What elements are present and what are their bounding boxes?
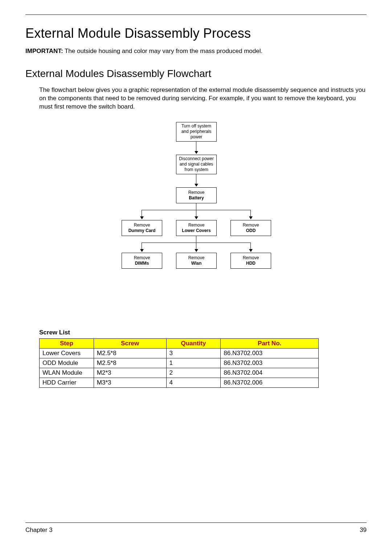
flow-text: Remove [188,223,205,228]
table-row: WLAN Module M2*3 2 86.N3702.004 [40,368,319,378]
flow-text: and signal cables [180,162,213,167]
flow-text: ODD [246,228,256,233]
arrow-icon [195,249,198,252]
arrow-icon [249,249,253,252]
table-row: ODD Module M2.5*8 1 86.N3702.003 [40,358,319,368]
table-row: HDD Carrier M3*3 4 86.N3702.006 [40,378,319,387]
td-part: 86.N3702.006 [221,378,319,387]
screw-list-heading: Screw List [39,329,367,336]
td-part: 86.N3702.003 [221,348,319,358]
th-part: Part No. [221,338,319,348]
flow-node-battery: Remove Battery [176,187,217,203]
flow-text: DIMMs [135,261,149,266]
important-text: The outside housing and color may vary f… [63,48,263,54]
flow-text: Wlan [191,261,202,266]
important-note: IMPORTANT: The outside housing and color… [25,48,367,55]
page-title: External Module Disassembly Process [25,26,367,41]
flow-text: Dummy Card [128,228,156,233]
flow-text: Battery [189,195,204,201]
flow-node-wlan: Remove Wlan [176,253,217,269]
th-step: Step [40,338,94,348]
th-qty: Quantity [166,338,221,348]
flow-text: Remove [134,255,150,261]
td-screw: M2.5*8 [94,358,166,368]
flowchart: Turn off system and peripherals power Di… [118,122,274,318]
flow-node-dimms: Remove DIMMs [122,253,162,269]
flow-node-lowercovers: Remove Lower Covers [176,220,217,236]
flow-node-hdd: Remove HDD [230,253,271,269]
flow-node-disconnect: Disconnect power and signal cables from … [176,155,217,174]
bottom-rule [25,522,367,523]
arrow-icon [140,249,144,252]
flow-text: Remove [188,255,205,261]
td-step: HDD Carrier [40,378,94,387]
page-footer: Chapter 3 39 [25,522,367,534]
arrow-icon [140,216,144,219]
flow-text: Remove [134,223,150,228]
td-part: 86.N3702.004 [221,368,319,378]
section-body: The flowchart below gives you a graphic … [39,86,367,111]
td-qty: 4 [166,378,221,387]
footer-page-number: 39 [360,526,367,534]
td-screw: M3*3 [94,378,166,387]
flow-text: Remove [243,255,259,261]
flow-node-odd: Remove ODD [230,220,271,236]
td-part: 86.N3702.003 [221,358,319,368]
arrow-icon [195,216,198,219]
top-rule [25,15,367,15]
flow-text: HDD [246,261,256,266]
flow-text: and peripherals [181,129,212,134]
flow-connector [196,236,196,243]
flow-text: power [191,134,203,140]
arrow-icon [195,184,198,187]
flow-text: Remove [243,223,259,228]
important-label: IMPORTANT: [25,48,63,54]
flow-node-dummycard: Remove Dummy Card [122,220,162,236]
page-content: External Module Disassembly Process IMPO… [0,0,392,388]
footer-chapter: Chapter 3 [25,526,53,534]
table-header-row: Step Screw Quantity Part No. [40,338,319,348]
td-screw: M2.5*8 [94,348,166,358]
td-screw: M2*3 [94,368,166,378]
flow-text: Remove [188,190,205,195]
th-screw: Screw [94,338,166,348]
td-step: Lower Covers [40,348,94,358]
flow-text: Disconnect power [179,156,213,162]
flow-connector [196,203,196,210]
flow-text: Turn off system [181,123,211,129]
td-qty: 1 [166,358,221,368]
section-subtitle: External Modules Disassembly Flowchart [25,68,367,80]
screw-table: Step Screw Quantity Part No. Lower Cover… [39,338,319,388]
arrow-icon [249,216,253,219]
td-step: WLAN Module [40,368,94,378]
table-row: Lower Covers M2.5*8 3 86.N3702.003 [40,348,319,358]
flow-node-poweroff: Turn off system and peripherals power [176,122,217,142]
flow-text: Lower Covers [182,228,211,233]
flow-text: from system [184,167,208,172]
td-qty: 2 [166,368,221,378]
arrow-icon [195,151,198,154]
td-qty: 3 [166,348,221,358]
td-step: ODD Module [40,358,94,368]
